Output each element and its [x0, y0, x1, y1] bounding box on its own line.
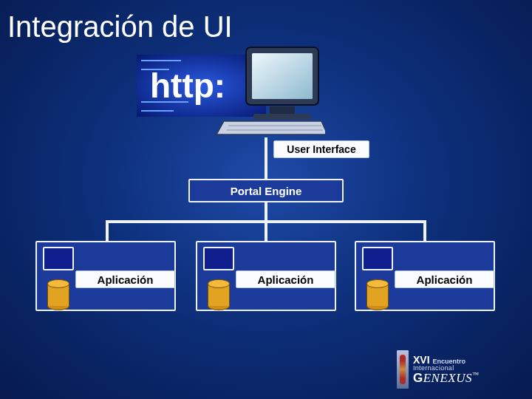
svg-rect-10 — [253, 114, 311, 120]
connector-ui-portal — [265, 137, 267, 179]
slide-canvas: Integración de UI http: — [0, 0, 532, 399]
application-label: Aplicación — [395, 270, 494, 288]
svg-rect-8 — [252, 53, 313, 99]
connector-to-app2 — [265, 220, 267, 241]
logo-brand-rest: ENEXUS — [423, 371, 472, 385]
database-icon — [366, 279, 389, 309]
application-label: Aplicación — [236, 270, 335, 288]
connector-to-app3 — [423, 220, 426, 241]
user-interface-label: User Interface — [273, 140, 369, 158]
database-icon — [47, 279, 69, 309]
logo-ribbon-icon — [397, 350, 409, 389]
app-module-icon — [43, 247, 74, 270]
slide-title: Integración de UI — [0, 0, 233, 44]
database-icon — [208, 279, 230, 309]
application-box-3: Aplicación — [355, 241, 495, 311]
app-module-icon — [203, 247, 234, 270]
connector-portal-down — [265, 202, 267, 222]
http-browser-illustration: http: — [137, 44, 325, 137]
svg-rect-9 — [270, 106, 295, 114]
application-box-1: Aplicación — [35, 241, 176, 311]
application-box-2: Aplicación — [196, 241, 336, 311]
genexus-event-logo: XVI Encuentro Internacional GENEXUS™ — [397, 349, 519, 390]
logo-roman: XVI — [413, 355, 430, 365]
http-text-glyph: http: — [150, 66, 225, 105]
portal-engine-box: Portal Engine — [188, 179, 344, 202]
application-label: Aplicación — [75, 270, 175, 288]
connector-to-app1 — [106, 220, 109, 241]
portal-engine-label: Portal Engine — [231, 185, 302, 197]
app-module-icon — [362, 247, 393, 270]
